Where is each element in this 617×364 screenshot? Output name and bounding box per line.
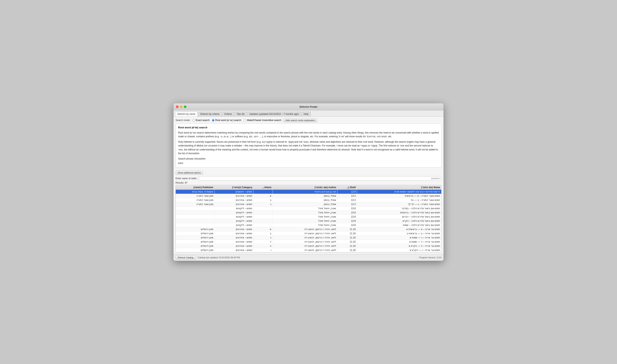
cell-name: חומש אוצר התורה – א –– בראשית [357, 194, 441, 198]
table-row[interactable]: חומש גור אריה – ב –– בראשית ב11.10ליווא,… [176, 231, 441, 235]
table-row[interactable]: חומש גור אריה – ד –– שמות א11.10ליווא, י… [176, 240, 441, 244]
cell-author: אמזל, בנימין [273, 202, 338, 206]
cell-author: שטרן, יחיאל מיכל [273, 219, 338, 223]
cell-name: חומש אם ביאור מדרש הלכה – במדבר [357, 206, 441, 210]
close-button[interactable] [176, 105, 179, 108]
cell-volume: ב [254, 198, 273, 202]
cell-author: שטרן, יחיאל מיכל [273, 215, 338, 219]
malei-chaseir-option[interactable]: Malei/Chaseir Insensitive search [244, 119, 281, 122]
results-table-container[interactable]: Name (שם הספר) Shelf (... Author (שם המח… [175, 185, 442, 253]
cell-volume: א [254, 194, 273, 198]
cell-volume: ג [254, 235, 273, 240]
explanation-para2: Only Hebrew is currently supported. Noun… [178, 140, 439, 155]
tab-seforim-by-criteria[interactable]: Seforim by criteria [198, 112, 222, 117]
minimize-button[interactable] [180, 105, 183, 108]
cell-shelf: 13.8 [338, 223, 357, 227]
table-row[interactable]: חומש גור אריה – א –– בראשית א11.10ליווא,… [176, 227, 441, 231]
table-row[interactable]: חומש אם ביאור מדרש הלכה – דברים13.8שטרן,… [176, 215, 441, 219]
table-row[interactable]: חומש אם ביאור מדרש הלכה – ויקרא13.8שטרן,… [176, 219, 441, 223]
table-row[interactable]: דרשות ופירושי רבינו יונה לחמשה חומשי תור… [176, 190, 441, 194]
exact-search-radio[interactable] [192, 119, 195, 122]
col-header-category[interactable]: Category (קטיגורי) [215, 185, 254, 190]
cell-publisher: מכון אוצר התורה [176, 202, 215, 206]
cell-author: ליווא, יהודה / הרטמן, יהושע דח [273, 248, 338, 252]
tab-seforim-by-name[interactable]: Seforim by name [175, 112, 197, 117]
col-header-shelf[interactable]: Shelf (... [338, 185, 357, 190]
tab-tips[interactable]: Tips (6) [234, 112, 247, 117]
col-header-volume[interactable]: Volum... [254, 185, 273, 190]
cell-author: אמזל, בנימין [273, 198, 338, 202]
cell-name: חומש גור אריה – ה –– ויקרא א [357, 244, 441, 248]
table-row[interactable]: חומש גור אריה – ו –– ויקרא א11.10ליווא, … [176, 248, 441, 252]
explanation-title: Root word (שרש) search [178, 126, 439, 130]
exact-search-label: Exact search [196, 119, 210, 122]
cell-name: חומש אם ביאור מדרש הלכה – שמות [357, 223, 441, 227]
cell-publisher: מכון אוצר התורה [176, 194, 215, 198]
cell-shelf: 13.3 [338, 194, 357, 198]
cell-author: שטרן, יחיאל מיכל [273, 223, 338, 227]
tab-help[interactable]: Help [301, 112, 311, 117]
cell-author: ליווא, יהודה / הרטמן, יהושע דח [273, 244, 338, 248]
cell-category: חומש – ליקוטים [215, 219, 254, 223]
cell-shelf: 11.10 [338, 231, 357, 235]
sefer-name-row: Enter name of sefer: [175, 176, 442, 181]
col-header-name[interactable]: Name (שם הספר) [357, 185, 441, 190]
cell-category: חומש – ראשונים [215, 190, 254, 194]
cell-author: ליווא, יהודה / הרטמן, יהושע דח [273, 252, 338, 253]
table-header-row: Name (שם הספר) Shelf (... Author (שם המח… [176, 185, 441, 190]
table-row[interactable]: חומש אם ביאור מדרש הלכה – במדבר13.8שטרן,… [176, 206, 441, 210]
col-header-author[interactable]: Author (שם המחבר) [273, 185, 338, 190]
table-row[interactable]: חומש גור אריה – ג –– שמות א11.10ליווא, י… [176, 235, 441, 240]
root-word-search-radio[interactable] [212, 119, 214, 122]
table-row[interactable]: חומש אוצר התורה – ב –– נח13.3אמזל, בנימי… [176, 198, 441, 202]
cell-category: חומש – אחרונים [215, 227, 254, 231]
main-content: Search mode: Exact search Root word (שרש… [173, 117, 444, 254]
explanation-box: Root word (שרש) search Root word (שרש) s… [175, 123, 442, 168]
cell-publisher [176, 206, 215, 210]
table-row[interactable]: חומש גור אריה – ז –– דברים11.10ליווא, יה… [176, 252, 441, 253]
sefer-name-label: Enter name of sefer: [175, 177, 197, 180]
tab-criteria[interactable]: Criteria [222, 112, 234, 117]
table-row[interactable]: חומש אוצר התורה – ג –– לך לך13.3אמזל, בנ… [176, 202, 441, 206]
traffic-lights [176, 105, 186, 108]
cell-publisher: מכון ירושלים [176, 227, 215, 231]
show-additional-options-button[interactable]: Show additional options [175, 171, 203, 175]
table-row[interactable]: חומש אם ביאור מדרש הלכה – שמות13.8שטרן, … [176, 223, 441, 227]
cell-volume: ב [254, 231, 273, 235]
cell-name: חומש גור אריה – ד –– שמות א [357, 240, 441, 244]
cell-author: ליווא, יהודה / הרטמן, יהושע דח [273, 231, 338, 235]
table-row[interactable]: חומש אם ביאור מדרש הלכה – בראשית13.8שטרן… [176, 210, 441, 215]
tab-updates[interactable]: Updates (updated 03/13/2022 – 7 months a… [247, 112, 301, 117]
maximize-button[interactable] [184, 105, 186, 108]
malei-chaseir-radio[interactable] [244, 119, 246, 122]
cell-publisher: מכון ירושלים [176, 231, 215, 235]
results-table: Name (שם הספר) Shelf (... Author (שם המח… [176, 185, 441, 253]
cell-name: חומש אוצר התורה – ג –– לך לך [357, 202, 441, 206]
table-row[interactable]: חומש אוצר התורה – א –– בראשית13.3אמזל, ב… [176, 194, 441, 198]
title-bar: Seforim Finder [173, 103, 444, 110]
cell-name: חומש אוצר התורה – ב –– נח [357, 198, 441, 202]
cell-publisher [176, 223, 215, 227]
cell-volume: ז [254, 252, 273, 253]
cell-shelf: 12.9 [338, 190, 357, 194]
cell-volume [254, 210, 273, 215]
cell-publisher: הוצאת ח. וגשל בע"מ [176, 190, 215, 194]
root-word-search-label: Root word (שרש) search [215, 119, 241, 122]
cell-shelf: 13.8 [338, 219, 357, 223]
sefer-name-input[interactable] [199, 176, 442, 181]
col-header-publisher[interactable]: Publisher (הוצאה) [176, 185, 215, 190]
cell-volume [254, 206, 273, 210]
root-word-search-option[interactable]: Root word (שרש) search [212, 119, 241, 122]
hide-explanation-button[interactable]: Hide search mode explanation [283, 118, 317, 122]
cell-shelf: 11.10 [338, 227, 357, 231]
cell-category: חומש – ליקוטים [215, 223, 254, 227]
table-row[interactable]: חומש גור אריה – ה –– ויקרא א11.10ליווא, … [176, 244, 441, 248]
exact-search-option[interactable]: Exact search [192, 119, 210, 122]
search-mode-options: Exact search Root word (שרש) search Male… [192, 119, 281, 122]
cell-publisher [176, 215, 215, 219]
cell-shelf: 11.10 [338, 248, 357, 252]
search-mode-row: Search mode: Exact search Root word (שרש… [175, 118, 442, 122]
cell-category: חומש – אחרונים [215, 244, 254, 248]
refresh-catalog-button[interactable]: Refresh Catalog [175, 256, 196, 260]
shorashim-row: Search phrase shorashim: [178, 157, 439, 161]
